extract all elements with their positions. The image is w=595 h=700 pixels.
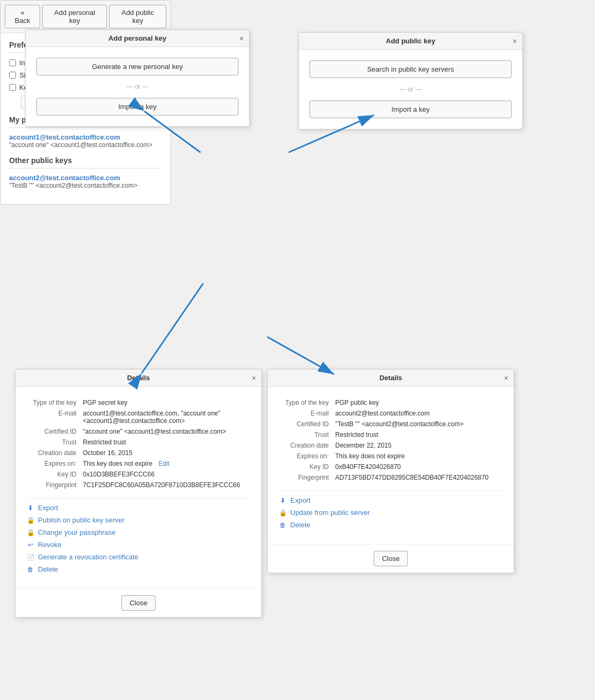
- other-key-entry: account2@test.contactoffice.com "TestB "…: [9, 174, 162, 189]
- type-value: PGP secret key: [80, 397, 251, 408]
- table-row: E-mail account2@test.contactoffice.com: [279, 408, 503, 419]
- personal-key-entry: account1@test.contactoffice.com "account…: [9, 133, 162, 149]
- keyid-value: 0xB40F7E4204026870: [332, 461, 503, 472]
- export-action[interactable]: ⬇ Export: [26, 504, 251, 512]
- delete-public-icon: 🗑: [279, 521, 287, 529]
- keep-passphrase-checkbox[interactable]: [9, 84, 16, 91]
- preferences-toolbar: « Back Add personal key Add public key: [1, 1, 171, 33]
- trust-label: Trust: [279, 429, 332, 440]
- trust-value: Restricted trust: [80, 437, 251, 448]
- publish-icon: 🔒: [26, 517, 35, 524]
- certified-value: "TestB "" <account2@test.contactoffice.c…: [332, 419, 503, 429]
- keyid-value: 0x10D3BBEFE3FCCC66: [80, 469, 251, 480]
- export-public-icon: ⬇: [279, 497, 287, 504]
- type-value: PGP public key: [332, 397, 503, 408]
- details-public-dialog: Details × Type of the key PGP public key…: [267, 369, 514, 573]
- details-personal-close-button[interactable]: Close: [121, 595, 155, 611]
- add-personal-key-button[interactable]: Add personal key: [42, 5, 107, 28]
- change-passphrase-action[interactable]: 🔒 Change your passphrase: [26, 528, 251, 536]
- table-row: Key ID 0x10D3BBEFE3FCCC66: [26, 469, 251, 480]
- details-public-footer: Close: [268, 544, 514, 573]
- certified-value: "account one" <account1@test.contactoffi…: [80, 426, 251, 437]
- or-divider-personal: — or —: [36, 83, 238, 90]
- delete-public-action[interactable]: 🗑 Delete: [279, 521, 503, 529]
- trust-value: Restricted trust: [332, 429, 503, 440]
- table-row: Fingerprint 7C1F25DFC8C60A05BA720F8710D3…: [26, 480, 251, 490]
- details-personal-table: Type of the key PGP secret key E-mail ac…: [26, 397, 251, 490]
- sign-all-checkbox[interactable]: [9, 72, 16, 79]
- generate-personal-key-button[interactable]: Generate a new personal key: [36, 58, 238, 75]
- expires-value: This key does not expire: [332, 451, 503, 461]
- creation-label: Creation date: [279, 440, 332, 451]
- search-public-servers-button[interactable]: Search in public key servers: [310, 60, 512, 78]
- generate-cert-icon: 📄: [26, 553, 35, 561]
- or-divider-public: — or —: [310, 86, 512, 93]
- details-personal-actions: ⬇ Export 🔒 Publish on public key server …: [26, 498, 251, 573]
- table-row: Fingerprint AD713F5BD747DD8295C8E54DB40F…: [279, 472, 503, 483]
- add-personal-key-title: Add personal key ×: [26, 30, 249, 47]
- other-key-email[interactable]: account2@test.contactoffice.com: [9, 174, 162, 182]
- details-personal-dialog: Details × Type of the key PGP secret key…: [15, 369, 262, 618]
- add-public-close-button[interactable]: ×: [513, 37, 517, 45]
- creation-value: October 16, 2015: [80, 448, 251, 458]
- inline-mode-checkbox[interactable]: [9, 59, 16, 66]
- certified-label: Certified ID: [279, 419, 332, 429]
- update-public-action[interactable]: 🔒 Update from public server: [279, 509, 503, 517]
- add-public-key-dialog: Add public key × Search in public key se…: [298, 32, 523, 129]
- expires-label: Expires on:: [26, 458, 80, 469]
- table-row: Expires on: This key does not expire: [279, 451, 503, 461]
- creation-label: Creation date: [26, 448, 80, 458]
- email-value: account2@test.contactoffice.com: [332, 408, 503, 419]
- trust-label: Trust: [26, 437, 80, 448]
- details-public-title: Details ×: [268, 370, 514, 387]
- table-row: Creation date October 16, 2015: [26, 448, 251, 458]
- delete-personal-icon: 🗑: [26, 566, 35, 573]
- details-public-table: Type of the key PGP public key E-mail ac…: [279, 397, 503, 483]
- back-button[interactable]: « Back: [5, 5, 40, 28]
- export-icon: ⬇: [26, 504, 35, 512]
- table-row: Certified ID "account one" <account1@tes…: [26, 426, 251, 437]
- details-personal-title: Details ×: [16, 370, 261, 387]
- email-value: account1@test.contactoffice.com, "accoun…: [80, 408, 251, 426]
- add-personal-close-button[interactable]: ×: [239, 35, 244, 42]
- keyid-label: Key ID: [279, 461, 332, 472]
- expires-edit-link[interactable]: Edit: [158, 460, 169, 467]
- add-public-key-button[interactable]: Add public key: [109, 5, 166, 28]
- email-label: E-mail: [279, 408, 332, 419]
- personal-key-uid: "account one" <account1@test.contactoffi…: [9, 141, 162, 149]
- import-public-key-button[interactable]: Import a key: [310, 101, 512, 118]
- details-personal-close-x-button[interactable]: ×: [252, 374, 256, 382]
- publish-action[interactable]: 🔒 Publish on public key server: [26, 516, 251, 524]
- expires-value: This key does not expire Edit: [80, 458, 251, 469]
- revoke-action[interactable]: ↩ Revoke: [26, 541, 251, 549]
- fingerprint-label: Fingerprint: [26, 480, 80, 490]
- details-public-close-x-button[interactable]: ×: [504, 374, 508, 382]
- certified-label: Certified ID: [26, 426, 80, 437]
- keyid-label: Key ID: [26, 469, 80, 480]
- table-row: E-mail account1@test.contactoffice.com, …: [26, 408, 251, 426]
- type-label: Type of the key: [279, 397, 332, 408]
- table-row: Type of the key PGP secret key: [26, 397, 251, 408]
- details-personal-footer: Close: [16, 588, 261, 617]
- table-row: Expires on: This key does not expire Edi…: [26, 458, 251, 469]
- import-personal-key-button[interactable]: Import a key: [36, 98, 238, 116]
- add-public-key-title: Add public key ×: [299, 33, 522, 50]
- expires-label: Expires on:: [279, 451, 332, 461]
- creation-value: December 22, 2015: [332, 440, 503, 451]
- passphrase-icon: 🔒: [26, 529, 35, 536]
- add-personal-key-dialog: Add personal key × Generate a new person…: [25, 29, 250, 127]
- generate-cert-action[interactable]: 📄 Generate a revocation certificate: [26, 553, 251, 561]
- personal-key-email[interactable]: account1@test.contactoffice.com: [9, 133, 162, 141]
- table-row: Trust Restricted trust: [26, 437, 251, 448]
- other-keys-section-title: Other public keys: [9, 156, 162, 168]
- details-public-close-button[interactable]: Close: [374, 551, 407, 566]
- fingerprint-value: 7C1F25DFC8C60A05BA720F8710D3B8EFE3FCCC66: [80, 480, 251, 490]
- table-row: Creation date December 22, 2015: [279, 440, 503, 451]
- type-label: Type of the key: [26, 397, 80, 408]
- email-label: E-mail: [26, 408, 80, 426]
- table-row: Key ID 0xB40F7E4204026870: [279, 461, 503, 472]
- details-public-actions: ⬇ Export 🔒 Update from public server 🗑 D…: [279, 490, 503, 529]
- export-public-action[interactable]: ⬇ Export: [279, 496, 503, 504]
- delete-personal-action[interactable]: 🗑 Delete: [26, 565, 251, 573]
- svg-line-4: [142, 283, 203, 373]
